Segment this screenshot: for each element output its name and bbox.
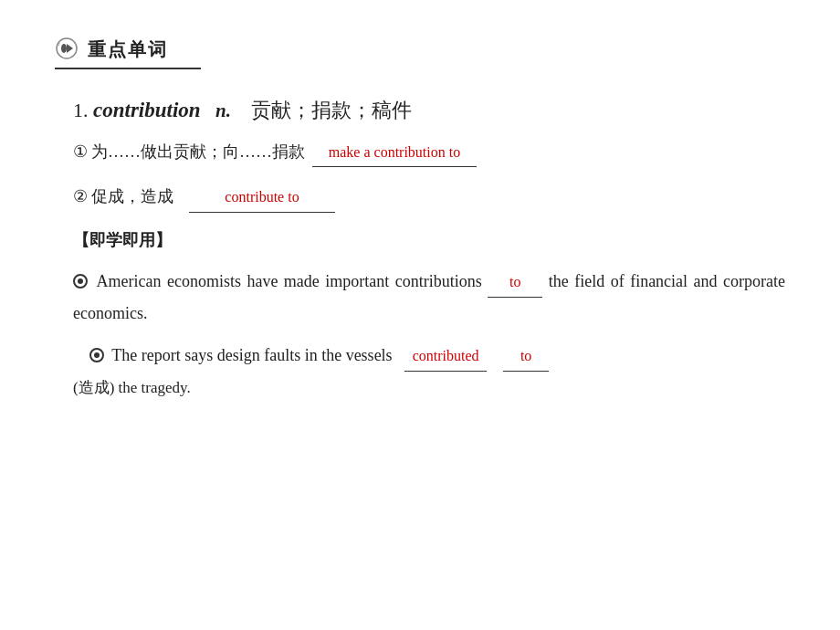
- word-entry: 1. contribution n. 贡献；捐款；稿件 ① 为……做出贡献；向……: [73, 97, 785, 213]
- practice-1-blank: to: [488, 266, 542, 298]
- svg-text:♪: ♪: [58, 40, 61, 47]
- practice-item-1: American economists have made important …: [73, 266, 785, 329]
- header-title: 重点单词: [88, 37, 168, 62]
- fill-text-1: make a contribution to: [329, 144, 460, 160]
- bullet-1: [73, 274, 88, 289]
- phrase-line-2: ② 促成，造成 contribute to: [73, 182, 785, 212]
- svg-point-1: [61, 44, 67, 53]
- phrase-line-1: ① 为……做出贡献；向……捐款 make a contribution to: [73, 137, 785, 167]
- practice-2-blank1: contributed: [404, 340, 487, 372]
- phrase-num-2: ②: [73, 182, 91, 211]
- practice-item-2: The report says design faults in the ves…: [73, 340, 785, 403]
- practice-2-fill2: to: [520, 348, 531, 363]
- practice-2-fill1: contributed: [413, 348, 479, 363]
- page-container: ♪ 重点单词 1. contribution n. 贡献；捐款；稿件 ① 为………: [0, 0, 840, 630]
- phrase-fill-1: make a contribution to: [312, 137, 477, 167]
- practice-header: 【即学即用】: [73, 229, 785, 251]
- word-number: 1.: [73, 99, 89, 121]
- phrase-num-1: ①: [73, 137, 91, 166]
- practice-1-text-before: American economists have made important …: [96, 272, 481, 290]
- word-title: 1. contribution n. 贡献；捐款；稿件: [73, 97, 785, 124]
- speaker-icon: ♪: [55, 37, 80, 62]
- word-headword: contribution: [93, 99, 201, 121]
- phrase-chinese-2: 促成，造成: [91, 182, 173, 211]
- practice-1-fill: to: [509, 274, 520, 289]
- svg-marker-2: [67, 44, 73, 53]
- bullet-2: [89, 348, 104, 362]
- practice-2-blank2: to: [503, 340, 549, 372]
- section-header: ♪ 重点单词: [55, 37, 201, 69]
- practice-2-note: (造成) the tragedy.: [73, 379, 191, 396]
- practice-2-text-before: The report says design faults in the ves…: [111, 346, 392, 364]
- phrase-fill-2: contribute to: [189, 182, 335, 212]
- word-meaning: 贡献；捐款；稿件: [251, 99, 412, 121]
- practice-section: 【即学即用】 American economists have made imp…: [73, 229, 785, 404]
- content-section: 1. contribution n. 贡献；捐款；稿件 ① 为……做出贡献；向……: [55, 97, 785, 404]
- phrase-chinese-1: 为……做出贡献；向……捐款: [91, 137, 305, 166]
- word-pos: n.: [215, 100, 231, 121]
- fill-text-2: contribute to: [225, 189, 299, 205]
